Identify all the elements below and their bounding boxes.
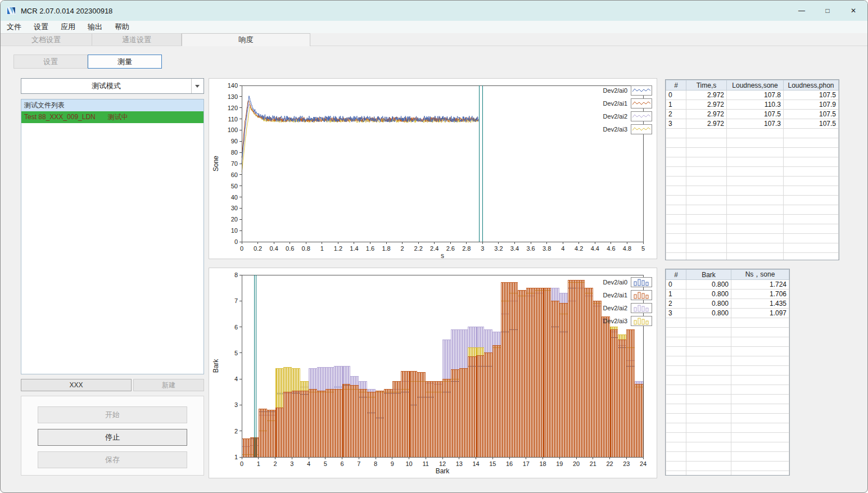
table-cell xyxy=(731,337,789,347)
svg-text:6: 6 xyxy=(234,324,238,331)
svg-text:3: 3 xyxy=(234,401,238,408)
menu-item-apply[interactable]: 应用 xyxy=(55,21,82,33)
table-cell: 0.800 xyxy=(686,299,731,309)
table-cell xyxy=(731,404,789,414)
stop-button[interactable]: 停止 xyxy=(38,429,187,446)
tab-document-settings[interactable]: 文档设置 xyxy=(1,33,92,46)
svg-text:2: 2 xyxy=(234,428,238,435)
table-row-empty xyxy=(666,318,789,328)
table-row[interactable]: 10.8001.706 xyxy=(666,290,789,299)
table-cell xyxy=(784,243,839,253)
legend-item-Dev2/ai3[interactable]: Dev2/ai3 xyxy=(603,316,652,326)
subtab-measure-button[interactable]: 测量 xyxy=(88,55,162,69)
table-cell xyxy=(784,177,839,186)
menu-item-file[interactable]: 文件 xyxy=(1,21,28,33)
table-cell xyxy=(727,148,784,157)
svg-text:0: 0 xyxy=(240,460,243,467)
table-cell: 1.097 xyxy=(731,309,789,318)
legend-item-Dev2/ai3[interactable]: Dev2/ai3 xyxy=(603,124,652,134)
table-row[interactable]: 20.8001.435 xyxy=(666,299,789,309)
table-cell xyxy=(666,215,686,224)
loudness-time-chart[interactable]: 00.20.40.60.811.21.41.61.822.22.42.62.83… xyxy=(209,79,658,260)
table-cell xyxy=(686,138,727,148)
table-cell xyxy=(686,452,731,462)
svg-text:7: 7 xyxy=(357,460,360,467)
xxx-button[interactable]: XXX xyxy=(21,379,132,391)
table-cell xyxy=(666,138,686,148)
table-cell xyxy=(727,129,784,138)
table-cell xyxy=(666,356,686,366)
start-button[interactable]: 开始 xyxy=(38,406,187,423)
save-button[interactable]: 保存 xyxy=(38,451,187,468)
svg-text:14: 14 xyxy=(472,460,479,467)
table-cell xyxy=(666,177,686,186)
table-row-empty xyxy=(666,328,789,337)
table-row-empty xyxy=(666,385,789,395)
table-cell xyxy=(686,318,731,328)
table-cell xyxy=(731,442,789,452)
table-cell xyxy=(666,395,686,404)
table-cell xyxy=(727,167,784,177)
svg-text:5: 5 xyxy=(234,350,238,356)
svg-text:19: 19 xyxy=(556,460,563,467)
legend-bar-sample-icon xyxy=(631,303,652,313)
legend-item-Dev2/ai0[interactable]: Dev2/ai0 xyxy=(603,277,652,287)
table-cell: 2 xyxy=(666,299,686,309)
svg-text:0.4: 0.4 xyxy=(269,245,278,252)
svg-text:20: 20 xyxy=(573,460,580,467)
table-row-empty xyxy=(666,253,839,261)
table-cell xyxy=(731,395,789,404)
menu-item-output[interactable]: 输出 xyxy=(82,21,108,33)
maximize-button[interactable]: □ xyxy=(815,1,840,21)
new-button[interactable]: 新建 xyxy=(133,379,204,391)
tab-loudness[interactable]: 响度 xyxy=(182,33,310,46)
table-cell: 107.5 xyxy=(727,110,784,119)
table-row[interactable]: 30.8001.097 xyxy=(666,309,789,318)
subtab-settings-button[interactable]: 设置 xyxy=(13,55,88,69)
table-cell xyxy=(784,224,839,234)
svg-text:24: 24 xyxy=(640,460,647,467)
minimize-button[interactable]: — xyxy=(789,1,815,21)
legend-item-Dev2/ai2[interactable]: Dev2/ai2 xyxy=(603,111,652,121)
table-cell: 3 xyxy=(666,119,686,129)
tab-bar: 文档设置 通道设置 响度 xyxy=(1,33,867,46)
close-button[interactable]: ✕ xyxy=(840,1,866,21)
table-cell: 1.706 xyxy=(731,290,789,299)
table-row[interactable]: 12.972110.3107.9 xyxy=(666,100,839,110)
svg-text:1.4: 1.4 xyxy=(350,245,358,252)
table-cell xyxy=(666,318,686,328)
specific-loudness-chart[interactable]: 0123456789101112131415161718192021222324… xyxy=(209,268,658,479)
tab-channel-settings[interactable]: 通道设置 xyxy=(92,33,182,46)
table-row[interactable]: 22.972107.5107.5 xyxy=(666,110,839,119)
table-cell xyxy=(731,356,789,366)
legend-label: Dev2/ai0 xyxy=(603,87,627,94)
table-row-empty xyxy=(666,167,839,177)
table-cell: 110.3 xyxy=(727,100,784,110)
table-cell: 107.5 xyxy=(784,91,839,100)
test-mode-select[interactable]: 测试模式 xyxy=(21,78,204,94)
table-row-empty xyxy=(666,395,789,404)
legend-item-Dev2/ai2[interactable]: Dev2/ai2 xyxy=(603,303,652,313)
menu-item-help[interactable]: 帮助 xyxy=(108,21,135,33)
table-row[interactable]: 32.972107.3107.5 xyxy=(666,119,839,129)
svg-text:12: 12 xyxy=(439,460,446,467)
table-cell xyxy=(784,167,839,177)
table-row[interactable]: 02.972107.8107.5 xyxy=(666,91,839,100)
table-row-empty xyxy=(666,129,839,138)
legend-item-Dev2/ai1[interactable]: Dev2/ai1 xyxy=(603,290,652,300)
table-cell xyxy=(666,462,686,471)
combo-dropdown-button[interactable] xyxy=(191,79,204,93)
table-cell: 2.972 xyxy=(686,100,727,110)
svg-text:10: 10 xyxy=(405,460,412,467)
table-cell xyxy=(727,234,784,243)
svg-text:3.8: 3.8 xyxy=(542,245,551,252)
table-row[interactable]: 00.8001.724 xyxy=(666,280,789,290)
legend-bar-sample-icon xyxy=(631,316,652,326)
svg-text:130: 130 xyxy=(228,93,238,100)
table-cell xyxy=(686,442,731,452)
legend-item-Dev2/ai1[interactable]: Dev2/ai1 xyxy=(603,98,652,108)
legend-item-Dev2/ai0[interactable]: Dev2/ai0 xyxy=(603,85,652,96)
menu-item-settings[interactable]: 设置 xyxy=(28,21,55,33)
file-list-item[interactable]: Test 88_XXX_009_LDN 测试中 xyxy=(21,111,204,123)
table-cell: 2 xyxy=(666,110,686,119)
